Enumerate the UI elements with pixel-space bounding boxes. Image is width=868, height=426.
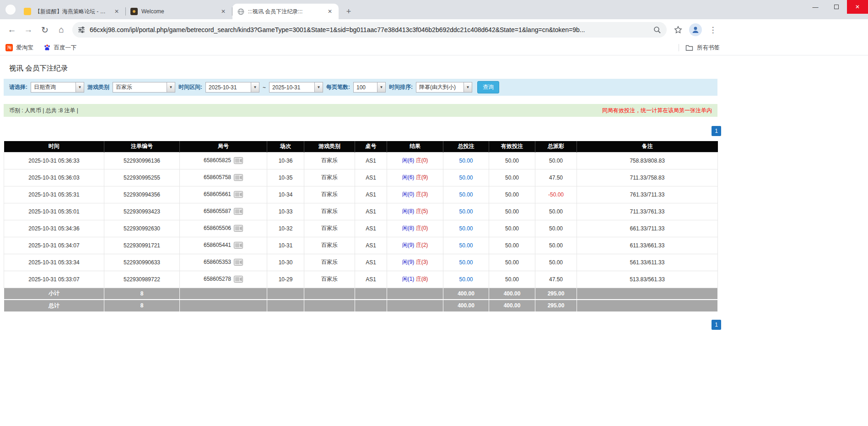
video-replay-icon[interactable] xyxy=(234,208,243,215)
chevron-down-icon[interactable]: ▼ xyxy=(251,82,259,93)
filter-bar: 请选择: ▼ 游戏类别 ▼ 时间区间: ▼ ~ ▼ 每页笔数: xyxy=(4,79,717,96)
bookmark-baidu[interactable]: 百度一下 xyxy=(43,44,77,52)
tab-forum[interactable]: 【新提醒】海燕策略论坛 - 综合 ✕ xyxy=(19,4,125,19)
cell-valid-bet: 50.00 xyxy=(489,254,535,271)
header-bet-id: 注单编号 xyxy=(104,141,180,152)
address-bar[interactable]: 66cxkj98.com/ipl/portal.php/game/betreco… xyxy=(72,22,667,38)
cell-payout: 50.00 xyxy=(535,203,577,220)
header-payout: 总派彩 xyxy=(535,141,577,152)
chevron-down-icon[interactable]: ▼ xyxy=(167,82,175,93)
cell-payout: 50.00 xyxy=(535,220,577,237)
date-to-select[interactable]: ▼ xyxy=(269,82,323,93)
total-count: 8 xyxy=(104,300,180,311)
cell-bet-id: 522930991721 xyxy=(104,237,180,254)
page-size-input[interactable] xyxy=(353,82,377,93)
chevron-down-icon[interactable]: ▼ xyxy=(377,82,386,93)
tab-welcome[interactable]: Welcome ✕ xyxy=(126,4,232,19)
total-bet-link[interactable]: 50.00 xyxy=(459,242,473,249)
video-replay-icon[interactable] xyxy=(234,242,243,249)
globe-icon xyxy=(237,8,244,15)
bookmark-label: 百度一下 xyxy=(54,44,77,52)
video-replay-icon[interactable] xyxy=(234,225,243,232)
browser-menu-icon[interactable]: ⋮ xyxy=(706,23,720,37)
total-bet-link[interactable]: 50.00 xyxy=(459,208,473,215)
sort-select[interactable]: ▼ xyxy=(416,82,472,93)
forward-button[interactable]: → xyxy=(22,23,35,37)
cell-session: 10-31 xyxy=(267,237,304,254)
total-bet-link[interactable]: 50.00 xyxy=(459,225,473,232)
game-type-select[interactable]: ▼ xyxy=(113,82,175,93)
all-bookmarks-button[interactable]: 所有书签 xyxy=(679,44,720,52)
window-maximize-button[interactable] xyxy=(826,0,847,14)
video-replay-icon[interactable] xyxy=(234,276,243,283)
date-from-select[interactable]: ▼ xyxy=(205,82,259,93)
cell-game-type: 百家乐 xyxy=(304,186,355,203)
profile-avatar[interactable] xyxy=(689,23,702,37)
cell-time: 2025-10-31 05:34:07 xyxy=(4,237,104,254)
date-from-input[interactable] xyxy=(205,82,251,93)
total-label: 总计 xyxy=(4,300,104,311)
page-1-button[interactable]: 1 xyxy=(712,320,721,330)
total-bet-link[interactable]: 50.00 xyxy=(459,191,473,198)
home-button[interactable]: ⌂ xyxy=(54,23,68,37)
tab-bet-records[interactable]: :::视讯 会员下注纪录::: ✕ xyxy=(232,4,339,19)
tab-close-icon[interactable]: ✕ xyxy=(219,8,227,15)
new-tab-button[interactable]: + xyxy=(342,5,355,18)
reload-button[interactable]: ↻ xyxy=(38,23,52,37)
page-size-select[interactable]: ▼ xyxy=(353,82,386,93)
cell-note: 661.33/711.33 xyxy=(577,220,718,237)
cell-table-no: AS1 xyxy=(355,203,387,220)
cell-payout: 50.00 xyxy=(535,237,577,254)
summary-bar: 币别 : 人民币 | 总共 :8 注单 | 同局有效投注，统一计算在该局第一张注… xyxy=(4,104,717,117)
date-to-input[interactable] xyxy=(269,82,314,93)
bookmark-label: 爱淘宝 xyxy=(16,44,33,52)
total-bet-link[interactable]: 50.00 xyxy=(459,259,473,266)
query-type-input[interactable] xyxy=(31,82,75,93)
zoom-icon[interactable] xyxy=(653,26,661,34)
video-replay-icon[interactable] xyxy=(234,259,243,266)
tab-search-button[interactable] xyxy=(5,5,16,15)
total-bet-link[interactable]: 50.00 xyxy=(459,276,473,283)
cell-result: 闲(0) 庄(3) xyxy=(387,186,443,203)
cell-table-no: AS1 xyxy=(355,271,387,288)
window-minimize-button[interactable]: — xyxy=(805,0,826,14)
select-label: 请选择: xyxy=(9,83,27,91)
cell-payout: 47.50 xyxy=(535,169,577,186)
page-1-button[interactable]: 1 xyxy=(712,126,721,136)
bet-notice: 同局有效投注，统一计算在该局第一张注单内 xyxy=(602,107,712,115)
tab-close-icon[interactable]: ✕ xyxy=(326,8,334,15)
total-bet-link[interactable]: 50.00 xyxy=(459,175,473,181)
taobao-icon: 淘 xyxy=(5,44,13,51)
cell-result: 闲(9) 庄(2) xyxy=(387,237,443,254)
site-settings-icon[interactable] xyxy=(78,26,85,33)
window-close-button[interactable]: ✕ xyxy=(847,0,868,14)
total-bet-link[interactable]: 50.00 xyxy=(459,158,473,164)
browser-toolbar: ← → ↻ ⌂ 66cxkj98.com/ipl/portal.php/game… xyxy=(0,19,868,40)
query-type-select[interactable]: ▼ xyxy=(31,82,84,93)
cell-note: 513.83/561.33 xyxy=(577,271,718,288)
cell-note: 711.33/758.83 xyxy=(577,169,718,186)
bookmark-star-icon[interactable] xyxy=(671,23,685,37)
cell-note: 561.33/611.33 xyxy=(577,254,718,271)
sort-input[interactable] xyxy=(416,82,464,93)
bookmark-aitaobao[interactable]: 淘 爱淘宝 xyxy=(5,44,33,52)
bookmarks-bar: 淘 爱淘宝 百度一下 所有书签 xyxy=(0,40,725,55)
cell-valid-bet: 50.00 xyxy=(489,186,535,203)
cell-result: 闲(6) 庄(0) xyxy=(387,152,443,169)
chevron-down-icon[interactable]: ▼ xyxy=(464,82,472,93)
video-replay-icon[interactable] xyxy=(234,157,243,164)
bet-records-table: 时间 注单编号 局号 场次 游戏类别 桌号 结果 总投注 有效投注 总派彩 备注… xyxy=(4,141,718,312)
chevron-down-icon[interactable]: ▼ xyxy=(75,82,84,93)
video-replay-icon[interactable] xyxy=(234,174,243,181)
subtotal-total-bet: 400.00 xyxy=(443,288,489,300)
tab-close-icon[interactable]: ✕ xyxy=(113,8,121,15)
total-total-bet: 400.00 xyxy=(443,300,489,311)
game-type-input[interactable] xyxy=(113,82,167,93)
cell-result: 闲(1) 庄(8) xyxy=(387,271,443,288)
video-replay-icon[interactable] xyxy=(234,191,243,198)
search-button[interactable]: 查询 xyxy=(477,81,499,93)
cell-total-bet: 50.00 xyxy=(443,169,489,186)
chevron-down-icon[interactable]: ▼ xyxy=(314,82,323,93)
back-button[interactable]: ← xyxy=(5,23,19,37)
cell-time: 2025-10-31 05:35:31 xyxy=(4,186,104,203)
